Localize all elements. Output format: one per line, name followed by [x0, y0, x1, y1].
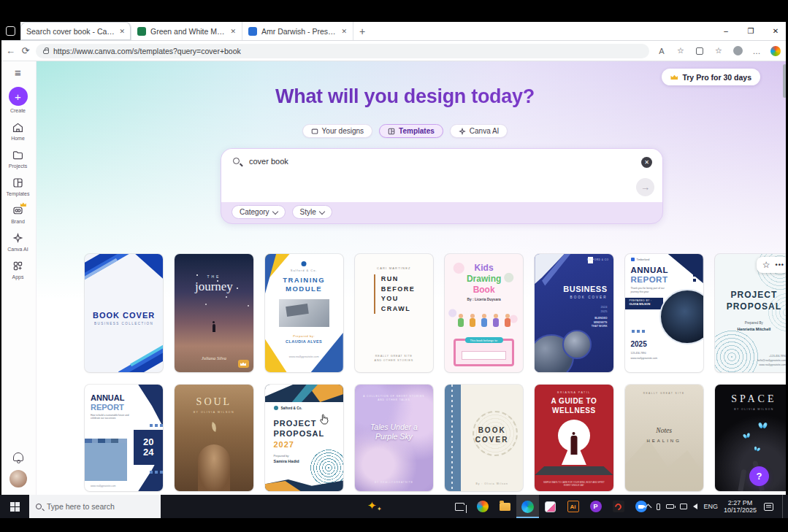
template-card-business-book-cover[interactable]: SALFORD & CO BUSINESS BOOK COVER 2024202…: [535, 254, 613, 372]
butterfly-illustration: [754, 446, 760, 452]
sparkle-icon: [459, 128, 466, 135]
start-button[interactable]: [0, 495, 29, 518]
taskbar-clock[interactable]: 2:27 PM 10/17/2025: [724, 499, 757, 514]
collections-icon[interactable]: ☆: [712, 45, 725, 58]
favorite-star-icon[interactable]: ☆: [762, 261, 770, 269]
copilot-icon[interactable]: [769, 45, 782, 58]
browser-toolbar: ← ⟳ https://www.canva.com/s/templates?qu…: [0, 41, 788, 61]
notifications-bell-icon[interactable]: [13, 452, 23, 461]
sidebar-item-brand[interactable]: Brand: [11, 204, 25, 224]
template-card-run-before-you-crawl[interactable]: CARI MARTINEZ RUNBEFOREYOUCRAWL REALLY G…: [355, 254, 433, 372]
template-card-project-proposal[interactable]: ☆ ••• PROJECTPROPOSAL Prepared By Henrie…: [715, 254, 788, 372]
tab-close-icon[interactable]: ✕: [119, 28, 125, 35]
menu-icon[interactable]: ≡: [15, 67, 21, 78]
sidebar-item-label: Home: [11, 136, 25, 141]
tab-label: Your designs: [322, 127, 364, 135]
sparkle-overlay-icon: ✦ ✦: [363, 498, 385, 515]
category-dropdown[interactable]: Category: [232, 205, 286, 219]
task-view-button[interactable]: [448, 495, 471, 518]
tab-close-icon[interactable]: ✕: [230, 28, 236, 35]
copilot-app-icon[interactable]: [471, 495, 494, 518]
address-bar[interactable]: https://www.canva.com/s/templates?query=…: [36, 44, 649, 58]
language-indicator[interactable]: ENG: [703, 503, 718, 510]
settings-more-icon[interactable]: …: [750, 45, 763, 58]
card-contact: hello@reallygreatsite.com: [757, 359, 786, 362]
create-plus-icon[interactable]: +: [9, 87, 28, 106]
template-card-healing-notes[interactable]: REALLY GREAT SITE Notes HEALING: [625, 385, 703, 491]
style-dropdown[interactable]: Style: [292, 205, 332, 219]
sidebar-item-label: Apps: [12, 274, 24, 280]
user-avatar[interactable]: [9, 470, 27, 487]
favorites-star-icon[interactable]: ☆: [674, 45, 687, 58]
search-input[interactable]: [248, 156, 540, 166]
kids-illustration: [445, 309, 523, 328]
windows-taskbar: Type here to search ✦ ✦ Ai P ENG 2:27 PM: [0, 495, 788, 518]
hidden-icons-chevron[interactable]: [645, 504, 652, 512]
card-author: By : Olivia Wilson: [461, 482, 523, 485]
tab-actions-button[interactable]: [0, 22, 20, 40]
tab-templates[interactable]: Templates: [379, 124, 443, 138]
profile-avatar[interactable]: [731, 45, 744, 58]
apps-grid-icon: [12, 260, 24, 272]
try-pro-button[interactable]: Try Pro for 30 days: [662, 69, 760, 85]
sidebar-item-templates[interactable]: Templates: [7, 177, 30, 196]
tab-canva-ai[interactable]: Canva AI: [450, 124, 508, 138]
more-options-icon[interactable]: •••: [776, 261, 784, 269]
read-aloud-icon[interactable]: A: [655, 45, 668, 58]
maximize-button[interactable]: ❐: [738, 22, 763, 40]
volume-icon[interactable]: [693, 504, 697, 509]
template-card-annual-report-2024[interactable]: ANNUAL REPORT How to build a sustainable…: [85, 385, 163, 491]
template-card-soul[interactable]: SOUL BY OLIVIA WILSON: [175, 385, 253, 491]
refresh-button[interactable]: ⟳: [21, 45, 30, 58]
card-title: BOOK COVER: [85, 311, 163, 320]
search-box[interactable]: ✕ →: [221, 149, 662, 202]
tab-presentation[interactable]: Amr Darwish - Presentation ✕: [242, 22, 353, 40]
search-submit-arrow-icon[interactable]: →: [636, 178, 654, 196]
file-explorer-icon[interactable]: [494, 495, 516, 518]
show-desktop-button[interactable]: [782, 495, 785, 518]
template-card-project-proposal-2027[interactable]: Salford & Co. PROJECTPROPOSAL 2027 Prepa…: [265, 385, 343, 491]
new-tab-button[interactable]: +: [353, 22, 371, 40]
template-card-kids-drawing-book[interactable]: Kids Drawing Book By : Liceria Duysara T…: [445, 254, 523, 372]
split-screen-icon[interactable]: [693, 45, 706, 58]
minimize-button[interactable]: –: [714, 22, 738, 40]
back-button[interactable]: ←: [6, 45, 15, 58]
usb-tray-icon[interactable]: [657, 504, 660, 510]
card-title: journey: [175, 280, 253, 294]
sidebar-item-canva-ai[interactable]: Canva AI: [7, 232, 28, 252]
template-card-training-module[interactable]: Salford & Co. TRAININGMODULE Prepared by…: [265, 254, 343, 372]
taskbar-search-box[interactable]: Type here to search: [29, 495, 161, 518]
system-tray: ENG 2:27 PM 10/17/2025: [646, 495, 785, 518]
sidebar-item-apps[interactable]: Apps: [12, 260, 24, 280]
template-card-book-cover-blue[interactable]: BOOK COVER BUSINESS COLLECTION: [85, 254, 163, 372]
template-card-vintage-book-cover[interactable]: BOOKCOVER By : Olivia Wilson: [445, 385, 523, 491]
template-card-guide-to-wellness[interactable]: BRIANNA PATIL A GUIDE TOWELLNESS SIMPLE …: [535, 385, 613, 491]
illustrator-app-icon[interactable]: Ai: [562, 495, 584, 518]
hand-illustration: [738, 469, 746, 491]
sidebar-item-projects[interactable]: Projects: [9, 149, 27, 169]
card-description: How to build a sustainable future and ce…: [91, 414, 131, 420]
template-card-annual-report-2025[interactable]: Timberland ANNUAL REPORT Thank you for b…: [625, 254, 703, 372]
tab-your-designs[interactable]: Your designs: [302, 124, 372, 138]
help-button[interactable]: ?: [749, 466, 769, 486]
sidebar-item-home[interactable]: Home: [11, 121, 25, 141]
tab-green-modern[interactable]: Green and White Modern Busine... ✕: [131, 22, 242, 40]
clock-date: 10/17/2025: [724, 506, 757, 514]
edge-browser-icon[interactable]: [516, 495, 539, 518]
template-card-tales-under-purple-sky[interactable]: A COLLECTION OF SHORT STORIESAND OTHER T…: [355, 385, 433, 491]
display-icon[interactable]: [680, 504, 687, 509]
photos-app-icon[interactable]: [539, 495, 562, 518]
tab-canva[interactable]: Search cover book - Canva ✕: [20, 22, 131, 40]
card-contact: www.reallygreatsite.com: [759, 363, 786, 366]
close-button[interactable]: ✕: [763, 22, 788, 40]
battery-icon[interactable]: [666, 504, 674, 509]
card-phone: 123-456-7890: [631, 352, 646, 355]
template-card-the-journey[interactable]: THE journey Juliana Silva: [175, 254, 253, 372]
sidebar-item-create[interactable]: + Create: [9, 87, 28, 113]
purple-p-app-icon[interactable]: P: [584, 495, 607, 518]
clear-search-icon[interactable]: ✕: [641, 157, 652, 168]
windows-logo-icon: [10, 502, 20, 512]
action-center-icon[interactable]: [764, 503, 773, 511]
acrobat-app-icon[interactable]: [607, 495, 630, 518]
tab-close-icon[interactable]: ✕: [341, 28, 347, 35]
